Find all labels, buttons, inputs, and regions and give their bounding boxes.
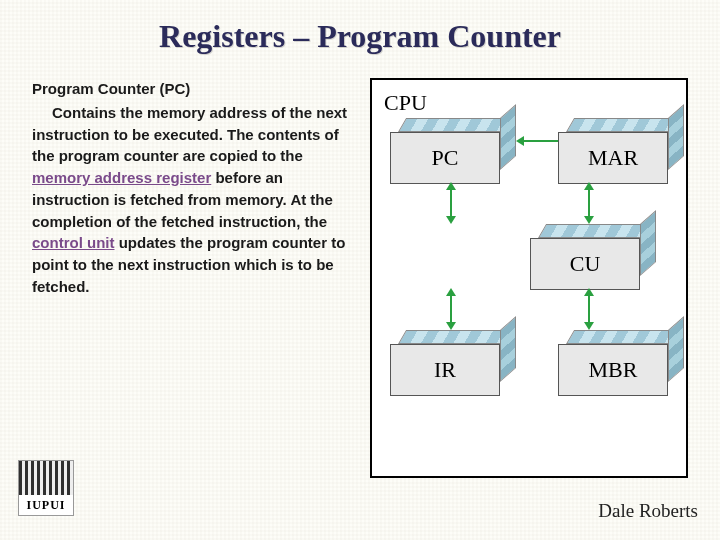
cu-block: CU: [530, 238, 640, 290]
para-pre: Contains the memory address of the next …: [32, 104, 347, 165]
logo-text: IUPUI: [19, 495, 73, 515]
pc-subtitle: Program Counter (PC): [32, 78, 352, 100]
arrow-pc-mar: [522, 140, 562, 142]
mar-block: MAR: [558, 132, 668, 184]
arrow-pc-down: [450, 188, 452, 218]
mar-block-label: MAR: [558, 132, 668, 184]
arrow-ir-up: [450, 294, 452, 324]
arrow-mar-down: [588, 188, 590, 218]
diagram-arrows-1: [390, 184, 668, 222]
diagram-row-2: CU: [390, 238, 668, 290]
control-unit-link[interactable]: control unit: [32, 234, 115, 251]
mbr-block-label: MBR: [558, 344, 668, 396]
ir-block: IR: [390, 344, 500, 396]
arrow-cu-down: [588, 294, 590, 324]
body-text: Program Counter (PC) Contains the memory…: [32, 78, 352, 298]
pc-description: Contains the memory address of the next …: [32, 102, 352, 298]
memory-address-register-link[interactable]: memory address register: [32, 169, 211, 186]
cpu-label: CPU: [384, 90, 674, 116]
diagram-arrows-2: [390, 290, 668, 328]
slide-title: Registers – Program Counter: [0, 18, 720, 55]
iupui-logo: IUPUI: [18, 460, 74, 516]
mbr-block: MBR: [558, 344, 668, 396]
diagram-row-1: PC MAR: [390, 132, 668, 184]
cpu-diagram: CPU PC MAR CU IR MBR: [370, 78, 688, 478]
logo-graphic: [19, 461, 73, 495]
author-name: Dale Roberts: [598, 500, 698, 522]
pc-block: PC: [390, 132, 500, 184]
pc-block-label: PC: [390, 132, 500, 184]
cu-block-label: CU: [530, 238, 640, 290]
ir-block-label: IR: [390, 344, 500, 396]
diagram-row-3: IR MBR: [390, 344, 668, 396]
